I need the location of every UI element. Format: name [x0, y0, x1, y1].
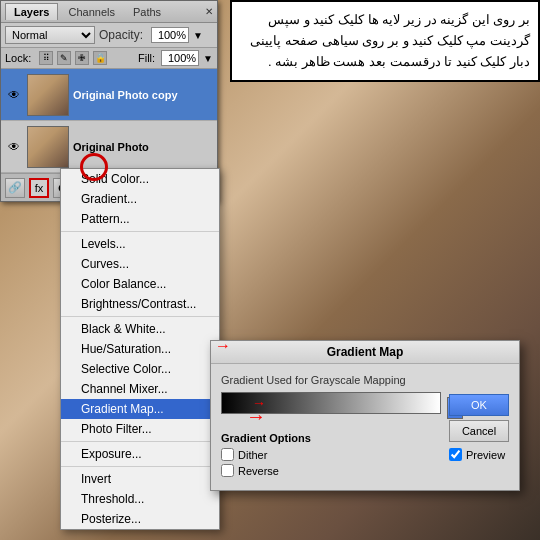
lock-position-icon[interactable]: ✙: [75, 51, 89, 65]
menu-posterize[interactable]: Posterize...: [61, 509, 219, 529]
panel-close-button[interactable]: ✕: [205, 6, 213, 17]
menu-threshold[interactable]: Threshold...: [61, 489, 219, 509]
arrow-to-gradient: →: [246, 405, 266, 428]
lock-image-icon[interactable]: ✎: [57, 51, 71, 65]
preview-label: Preview: [466, 449, 505, 461]
dialog-buttons: OK Cancel Preview: [449, 394, 509, 461]
menu-invert[interactable]: Invert: [61, 469, 219, 489]
opacity-arrow-icon: ▼: [193, 30, 203, 41]
dither-label: Dither: [238, 449, 267, 461]
dither-checkbox[interactable]: [221, 448, 234, 461]
opacity-label: Opacity:: [99, 28, 143, 42]
menu-sep-2: [61, 316, 219, 317]
lock-row: Lock: ⠿ ✎ ✙ 🔒 Fill: ▼: [1, 48, 217, 69]
menu-sep-4: [61, 466, 219, 467]
layer-visibility-copy[interactable]: 👁: [5, 86, 23, 104]
opacity-input[interactable]: [151, 27, 189, 43]
menu-channel-mixer[interactable]: Channel Mixer...: [61, 379, 219, 399]
fill-input[interactable]: [161, 50, 199, 66]
layer-fx-button[interactable]: fx: [29, 178, 49, 198]
blend-mode-row: Normal Opacity: ▼: [1, 23, 217, 48]
layer-row-original[interactable]: 👁 Original Photo: [1, 121, 217, 173]
layer-name-original: Original Photo: [73, 141, 149, 153]
tab-paths[interactable]: Paths: [125, 4, 169, 20]
menu-selective-color[interactable]: Selective Color...: [61, 359, 219, 379]
layer-thumb-original: [27, 126, 69, 168]
layer-visibility-original[interactable]: 👁: [5, 138, 23, 156]
menu-curves[interactable]: Curves...: [61, 254, 219, 274]
reverse-checkbox[interactable]: [221, 464, 234, 477]
layer-thumb-copy: [27, 74, 69, 116]
menu-photo-filter[interactable]: Photo Filter...: [61, 419, 219, 439]
lock-label: Lock:: [5, 52, 31, 64]
fill-arrow-icon: ▼: [203, 53, 213, 64]
menu-hue-saturation[interactable]: Hue/Saturation...: [61, 339, 219, 359]
layer-name-copy: Original Photo copy: [73, 89, 178, 101]
link-layers-button[interactable]: 🔗: [5, 178, 25, 198]
cancel-button[interactable]: Cancel: [449, 420, 509, 442]
menu-pattern[interactable]: Pattern...: [61, 209, 219, 229]
tab-layers[interactable]: Layers: [5, 3, 58, 20]
menu-black-white[interactable]: Black & White...: [61, 319, 219, 339]
menu-levels[interactable]: Levels...: [61, 234, 219, 254]
circle-indicator: [80, 153, 108, 181]
panel-header: Layers Channels Paths ✕: [1, 1, 217, 23]
lock-all-icon[interactable]: 🔒: [93, 51, 107, 65]
layer-row-copy[interactable]: 👁 Original Photo copy: [1, 69, 217, 121]
tab-channels[interactable]: Channels: [60, 4, 122, 20]
ok-button[interactable]: OK: [449, 394, 509, 416]
context-menu: Solid Color... Gradient... Pattern... Le…: [60, 168, 220, 530]
blend-mode-select[interactable]: Normal: [5, 26, 95, 44]
gradient-section-label: Gradient Used for Grayscale Mapping: [221, 374, 509, 386]
dialog-title: Gradient Map: [211, 341, 519, 364]
menu-exposure[interactable]: Exposure...: [61, 444, 219, 464]
preview-checkbox[interactable]: [449, 448, 462, 461]
menu-gradient-map[interactable]: Gradient Map...: [61, 399, 219, 419]
reverse-row: Reverse: [221, 464, 509, 477]
lock-transparent-icon[interactable]: ⠿: [39, 51, 53, 65]
preview-row: Preview: [449, 448, 509, 461]
menu-sep-1: [61, 231, 219, 232]
menu-gradient[interactable]: Gradient...: [61, 189, 219, 209]
arrow-to-menu: →: [215, 337, 231, 355]
menu-color-balance[interactable]: Color Balance...: [61, 274, 219, 294]
reverse-label: Reverse: [238, 465, 279, 477]
fill-label: Fill:: [138, 52, 155, 64]
menu-brightness-contrast[interactable]: Brightness/Contrast...: [61, 294, 219, 314]
menu-sep-3: [61, 441, 219, 442]
instruction-text: بر روی این گزینه در زیر لایه ها کلیک کنی…: [250, 12, 530, 69]
instruction-box: بر روی این گزینه در زیر لایه ها کلیک کنی…: [230, 0, 540, 82]
